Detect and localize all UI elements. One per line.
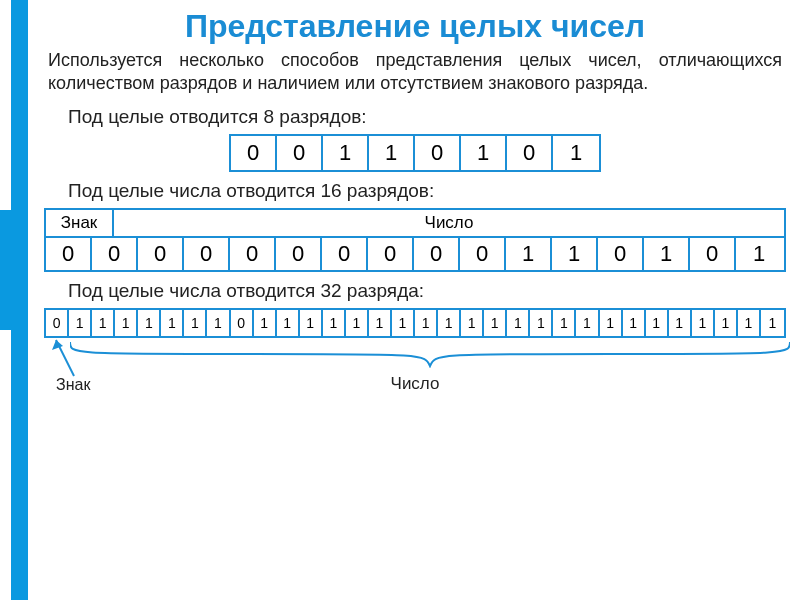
bit-cell: 1 xyxy=(530,310,553,336)
bit-cell: 0 xyxy=(231,136,277,170)
header-number: Число xyxy=(114,210,784,236)
bit-cell: 1 xyxy=(138,310,161,336)
intro-paragraph: Используется несколько способов представ… xyxy=(48,49,782,96)
page-title: Представление целых чисел xyxy=(40,8,790,45)
bit-cell: 0 xyxy=(184,238,230,270)
bits-16-header: Знак Число xyxy=(44,208,786,236)
section-8bit-label: Под целые отводится 8 разрядов: xyxy=(68,106,790,128)
bit-cell: 1 xyxy=(323,310,346,336)
slide-content: Представление целых чисел Используется н… xyxy=(30,0,800,394)
header-sign: Знак xyxy=(46,210,114,236)
section-16bit-label: Под целые числа отводится 16 разрядов: xyxy=(68,180,790,202)
bit-cell: 1 xyxy=(392,310,415,336)
curly-brace-icon xyxy=(70,340,790,368)
bit-cell: 1 xyxy=(207,310,230,336)
bit-cell: 0 xyxy=(414,238,460,270)
bit-cell: 1 xyxy=(600,310,623,336)
bit-cell: 1 xyxy=(323,136,369,170)
bit-cell: 1 xyxy=(369,136,415,170)
label-number: Число xyxy=(391,374,440,394)
bit-cell: 1 xyxy=(553,136,599,170)
bit-cell: 1 xyxy=(644,238,690,270)
bit-cell: 1 xyxy=(507,310,530,336)
bit-cell: 1 xyxy=(346,310,369,336)
sign-arrow-icon xyxy=(50,338,80,380)
bit-cell: 0 xyxy=(415,136,461,170)
bits-8-row: 00110101 xyxy=(229,134,601,172)
bit-cell: 1 xyxy=(761,310,784,336)
bit-cell: 1 xyxy=(438,310,461,336)
bit-cell: 1 xyxy=(484,310,507,336)
left-accent-bar xyxy=(0,0,28,600)
bit-cell: 1 xyxy=(506,238,552,270)
bit-cell: 1 xyxy=(69,310,92,336)
bit-cell: 1 xyxy=(576,310,599,336)
bit-cell: 1 xyxy=(254,310,277,336)
label-sign: Знак xyxy=(56,376,90,394)
bit-cell: 1 xyxy=(736,238,782,270)
bit-cell: 1 xyxy=(553,310,576,336)
bit-cell: 1 xyxy=(692,310,715,336)
bit-cell: 1 xyxy=(552,238,598,270)
bit-cell: 1 xyxy=(161,310,184,336)
bit-cell: 1 xyxy=(415,310,438,336)
bits-16-row: 0000000000110101 xyxy=(44,236,786,272)
bit-cell: 1 xyxy=(461,136,507,170)
bit-cell: 0 xyxy=(138,238,184,270)
bit-cell: 1 xyxy=(715,310,738,336)
bit-cell: 0 xyxy=(368,238,414,270)
bit-cell: 0 xyxy=(277,136,323,170)
bit-cell: 1 xyxy=(738,310,761,336)
bit-cell: 1 xyxy=(461,310,484,336)
bit-cell: 1 xyxy=(92,310,115,336)
bit-cell: 0 xyxy=(322,238,368,270)
bits-32-row: 01111111011111111111111111111111 xyxy=(44,308,786,338)
bit-cell: 0 xyxy=(507,136,553,170)
bit-cell: 0 xyxy=(598,238,644,270)
bit-cell: 0 xyxy=(690,238,736,270)
bit-cell: 0 xyxy=(230,238,276,270)
bit-cell: 1 xyxy=(277,310,300,336)
bit-cell: 0 xyxy=(92,238,138,270)
bit-cell: 1 xyxy=(184,310,207,336)
bit-cell: 0 xyxy=(46,238,92,270)
bit-cell: 0 xyxy=(460,238,506,270)
bit-cell: 0 xyxy=(231,310,254,336)
bit-cell: 1 xyxy=(369,310,392,336)
section-32bit-label: Под целые числа отводится 32 разряда: xyxy=(68,280,790,302)
bit-cell: 0 xyxy=(276,238,322,270)
brace-annotation: Знак Число xyxy=(44,340,786,394)
bit-cell: 1 xyxy=(669,310,692,336)
bit-cell: 1 xyxy=(300,310,323,336)
bit-cell: 1 xyxy=(646,310,669,336)
bit-cell: 1 xyxy=(115,310,138,336)
bit-cell: 1 xyxy=(623,310,646,336)
bit-cell: 0 xyxy=(46,310,69,336)
